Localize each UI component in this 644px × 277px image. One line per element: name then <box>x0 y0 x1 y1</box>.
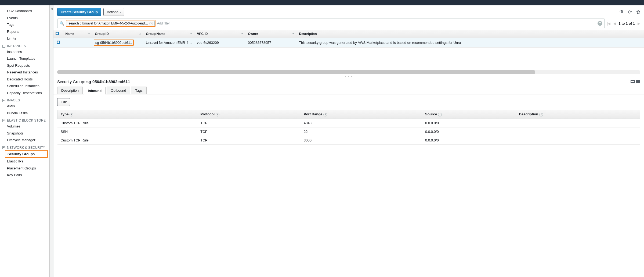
sidebar-item-amis[interactable]: AMIs <box>0 103 49 110</box>
pager-first-icon[interactable]: |◀ <box>607 22 610 26</box>
horizontal-scrollbar[interactable] <box>57 70 640 74</box>
select-all-checkbox[interactable] <box>56 32 59 35</box>
sidebar-item-volumes[interactable]: Volumes <box>0 123 49 130</box>
search-icon: 🔍 <box>60 21 64 26</box>
pager-prev-icon[interactable]: ◀ <box>613 22 616 26</box>
help-icon[interactable]: ? <box>598 21 602 26</box>
sidebar-section-network-security[interactable]: −NETWORK & SECURITY <box>0 144 49 150</box>
sort-icon: ▼ <box>241 32 244 35</box>
actions-button[interactable]: Actions▾ <box>103 8 124 16</box>
tab-inbound[interactable]: Inbound <box>84 87 106 94</box>
sidebar-item-limits[interactable]: Limits <box>0 35 49 42</box>
column-description[interactable]: Description <box>297 30 644 38</box>
sidebar-section-instances[interactable]: −INSTANCES <box>0 42 49 48</box>
sidebar-item-elastic-ips[interactable]: Elastic IPs <box>0 158 49 165</box>
security-groups-table: Name▼ Group ID▲ Group Name▼ VPC ID▼ Owne… <box>53 30 644 48</box>
remove-filter-icon[interactable]: ✕ <box>149 22 153 25</box>
layout-split-icon[interactable] <box>631 80 635 83</box>
pane-splitter[interactable]: ● ● ● <box>53 75 644 78</box>
rule-col-type: Typei <box>57 110 197 119</box>
sidebar-item-events[interactable]: Events <box>0 15 49 22</box>
table-row[interactable]: sg-0564b1b8902ecf611 Unravel for Amazon … <box>53 38 644 48</box>
cell-vpc-id: vpc-6c263209 <box>195 38 246 48</box>
info-icon[interactable]: i <box>216 113 219 116</box>
info-icon[interactable]: i <box>323 113 327 116</box>
rule-cell-type: SSH <box>57 127 197 136</box>
sidebar-item-placement-groups[interactable]: Placement Groups <box>0 165 49 172</box>
rule-row: Custom TCP RuleTCP30000.0.0.0/0 <box>57 136 640 144</box>
sidebar-item-tags[interactable]: Tags <box>0 21 49 28</box>
layout-full-icon[interactable] <box>636 80 640 83</box>
rule-col-protocol: Protocoli <box>197 110 301 119</box>
sidebar: EC2 Dashboard Events Tags Reports Limits… <box>0 5 50 277</box>
sidebar-section-images[interactable]: −IMAGES <box>0 96 49 103</box>
sidebar-item-capacity-reservations[interactable]: Capacity Reservations <box>0 90 49 97</box>
rule-cell-desc <box>516 136 640 144</box>
create-security-group-button[interactable]: Create Security Group <box>57 8 101 16</box>
rule-col-desc: Descriptioni <box>516 110 640 119</box>
sidebar-item-security-groups[interactable]: Security Groups <box>5 151 47 158</box>
column-vpc-id[interactable]: VPC ID▼ <box>195 30 246 38</box>
sidebar-item-snapshots[interactable]: Snapshots <box>0 130 49 137</box>
rule-cell-source: 0.0.0.0/0 <box>422 136 516 144</box>
sidebar-section-ebs[interactable]: −ELASTIC BLOCK STORE <box>0 116 49 123</box>
sidebar-item-ec2-dashboard[interactable]: EC2 Dashboard <box>0 8 49 15</box>
rule-cell-desc <box>516 119 640 127</box>
info-icon[interactable]: i <box>539 113 543 116</box>
row-checkbox[interactable] <box>57 41 60 44</box>
detail-tabs: Description Inbound Outbound Tags <box>53 87 644 94</box>
filter-value: Unravel for Amazon EMR-4-5-2-0-AutogenB… <box>82 22 148 25</box>
info-icon[interactable]: i <box>70 113 73 116</box>
edit-button[interactable]: Edit <box>57 98 70 106</box>
rule-row: Custom TCP RuleTCP40430.0.0.0/0 <box>57 119 640 127</box>
rule-cell-port: 4043 <box>301 119 422 127</box>
cell-owner: 005286678957 <box>246 38 297 48</box>
rule-col-port: Port Rangei <box>301 110 422 119</box>
tab-tags[interactable]: Tags <box>131 87 146 94</box>
column-group-name[interactable]: Group Name▼ <box>144 30 195 38</box>
detail-title: Security Group: sg-0564b1b8902ecf611 <box>57 79 130 84</box>
sidebar-item-instances[interactable]: Instances <box>0 48 49 55</box>
tab-outbound[interactable]: Outbound <box>107 87 130 94</box>
experiment-icon[interactable]: ⚗ <box>619 9 624 15</box>
rule-cell-source: 0.0.0.0/0 <box>422 119 516 127</box>
search-filter-bar[interactable]: 🔍 search : Unravel for Amazon EMR-4-5-2-… <box>57 19 605 28</box>
settings-gear-icon[interactable]: ✿ <box>636 9 640 15</box>
sidebar-item-bundle-tasks[interactable]: Bundle Tasks <box>0 110 49 117</box>
collapse-icon[interactable]: − <box>2 119 5 122</box>
rule-cell-port: 22 <box>301 127 422 136</box>
inbound-rules-table: Typei Protocoli Port Rangei Sourcei Desc… <box>57 110 640 145</box>
sidebar-item-reports[interactable]: Reports <box>0 28 49 35</box>
rule-cell-port: 3000 <box>301 136 422 144</box>
column-name[interactable]: Name▼ <box>63 30 93 38</box>
top-nav-bar <box>0 0 644 5</box>
collapse-icon[interactable]: − <box>2 146 5 149</box>
filter-tag[interactable]: search : Unravel for Amazon EMR-4-5-2-0-… <box>67 21 155 26</box>
rule-cell-type: Custom TCP Rule <box>57 119 197 127</box>
rule-cell-desc <box>516 127 640 136</box>
refresh-icon[interactable]: ⟳ <box>628 9 632 15</box>
collapse-icon[interactable]: − <box>2 45 5 48</box>
sidebar-item-reserved-instances[interactable]: Reserved Instances <box>0 69 49 76</box>
sidebar-collapse-handle[interactable]: ◀ <box>50 5 53 277</box>
add-filter-placeholder[interactable]: Add filter <box>157 22 170 25</box>
sort-icon: ▼ <box>190 32 193 35</box>
column-group-id[interactable]: Group ID▲ <box>93 30 144 38</box>
info-icon[interactable]: i <box>438 113 442 116</box>
sidebar-item-dedicated-hosts[interactable]: Dedicated Hosts <box>0 76 49 83</box>
pager-next-icon[interactable]: ▶ <box>638 22 640 26</box>
rule-col-source: Sourcei <box>422 110 516 119</box>
column-owner[interactable]: Owner▼ <box>246 30 297 38</box>
sidebar-item-launch-templates[interactable]: Launch Templates <box>0 55 49 62</box>
sort-icon: ▼ <box>292 32 295 35</box>
rule-cell-type: Custom TCP Rule <box>57 136 197 144</box>
tab-description[interactable]: Description <box>57 87 83 94</box>
sidebar-item-scheduled-instances[interactable]: Scheduled Instances <box>0 83 49 90</box>
sort-icon: ▼ <box>88 32 91 35</box>
sidebar-item-spot-requests[interactable]: Spot Requests <box>0 62 49 69</box>
cell-group-id: sg-0564b1b8902ecf611 <box>93 38 144 48</box>
scrollbar-thumb[interactable] <box>57 70 535 74</box>
sidebar-item-key-pairs[interactable]: Key Pairs <box>0 172 49 179</box>
collapse-icon[interactable]: − <box>2 99 5 102</box>
sidebar-item-lifecycle-manager[interactable]: Lifecycle Manager <box>0 137 49 144</box>
